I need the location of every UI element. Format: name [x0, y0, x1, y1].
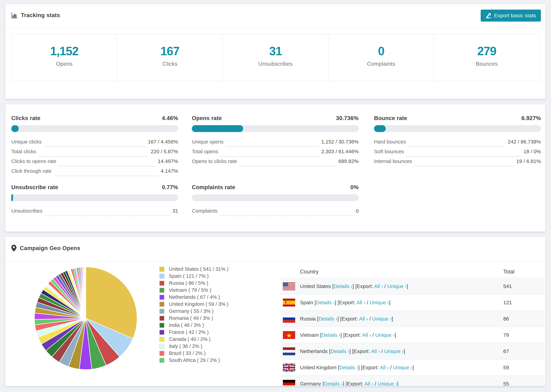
rate-stat-row: Unsubscribes31 [11, 208, 178, 218]
legend-item-netherlands: Netherlands ( 67 / 4% ) [159, 294, 228, 301]
rate-title: Bounce rate [374, 115, 407, 121]
legend-swatch [159, 358, 164, 363]
rate-stat-value: 1,152 / 30.736% [321, 139, 359, 145]
flag-vn-icon [283, 331, 295, 339]
details-link[interactable]: Details › [324, 381, 343, 386]
export-label: Export: [342, 316, 359, 322]
rate-block-bounce-rate: Bounce rate6.927%Hard bounces242 / 86.73… [374, 115, 541, 168]
legend-item-italy: Italy ( 36 / 2% ) [159, 343, 228, 350]
summary-stat-value: 279 [434, 44, 539, 58]
country-name: Netherlands [300, 348, 329, 354]
rate-stat-value: 220 / 5.87% [151, 149, 178, 154]
details-link[interactable]: Details › [330, 348, 349, 354]
dotted-leader [409, 147, 505, 147]
details-link[interactable]: Details › [339, 365, 358, 370]
export-all-link[interactable]: All › [356, 300, 365, 305]
details-link[interactable]: Details › [334, 283, 353, 289]
rate-block-unsubscribe-rate: Unsubscribe rate0.77%Unsubscribes31 [11, 184, 178, 218]
rate-progress-fill [374, 125, 386, 132]
rate-stat-value: 167 / 4.456% [148, 139, 178, 145]
export-unique-link[interactable]: Unique › [375, 332, 395, 338]
rate-stat-row: Clicks to opens rate14.497% [11, 158, 178, 168]
legend-label: Netherlands ( 67 / 4% ) [169, 294, 220, 300]
dotted-leader [54, 176, 158, 176]
rate-stat-value: 18 / 0% [523, 149, 541, 154]
rate-stat-value: 19 / 6.81% [516, 158, 541, 164]
export-all-link[interactable]: All › [380, 365, 389, 370]
export-unique-link[interactable]: Unique › [378, 381, 397, 386]
legend-label: Germany ( 55 / 3% ) [169, 308, 213, 314]
export-unique-link[interactable]: Unique › [387, 283, 407, 289]
export-icon [486, 13, 491, 19]
legend-swatch [159, 281, 164, 286]
rate-title: Unsubscribe rate [11, 184, 58, 190]
rate-value: 4.46% [162, 115, 178, 121]
rate-block-opens-rate: Opens rate30.736%Unique opens1,152 / 30.… [192, 115, 359, 168]
geo-pie-chart [31, 264, 141, 373]
rate-stat-row: Hard bounces242 / 86.738% [374, 139, 541, 149]
dotted-leader [226, 147, 318, 147]
country-name: United Kingdom [300, 365, 338, 370]
export-all-link[interactable]: All › [359, 316, 368, 322]
summary-stat-label: Unsubscribes [223, 61, 328, 67]
bar-chart-icon [11, 12, 17, 18]
summary-stats: 1,152Opens167Clicks31Unsubscribes0Compla… [11, 34, 540, 81]
legend-item-spain: Spain ( 121 / 7% ) [159, 273, 228, 280]
rate-stat-row: Unique clicks167 / 4.456% [11, 139, 178, 149]
country-name: Germany [300, 381, 323, 386]
summary-stat-bounces: 279Bounces [434, 34, 539, 81]
export-unique-link[interactable]: Unique › [372, 316, 391, 322]
summary-stat-complaints: 0Complaints [328, 34, 434, 81]
legend-item-south-africa: South Africa ( 29 / 2% ) [159, 357, 228, 364]
details-link[interactable]: Details › [316, 300, 335, 305]
rate-stat-label: Complaints [192, 208, 218, 214]
country-name: Russia [300, 316, 317, 322]
flag-gb-icon [283, 364, 295, 371]
export-label: Export: [339, 300, 356, 305]
rate-stat-label: Total opens [192, 149, 218, 154]
rate-block-clicks-rate: Clicks rate4.46%Unique clicks167 / 4.456… [11, 115, 178, 178]
dotted-leader [221, 156, 318, 157]
export-unique-link[interactable]: Unique › [384, 348, 403, 354]
export-label: Export: [347, 381, 365, 386]
export-all-link[interactable]: All › [371, 348, 380, 354]
rate-title: Opens rate [192, 115, 222, 121]
rate-stat-value: 242 / 86.738% [508, 139, 541, 145]
rate-stat-row: Internal bounces19 / 6.81% [374, 158, 541, 168]
rate-stat-row: Complaints0 [192, 208, 359, 218]
details-link[interactable]: Details › [322, 332, 340, 338]
summary-stat-value: 31 [223, 44, 328, 58]
dotted-leader [240, 166, 336, 166]
export-basic-stats-button[interactable]: Export basic stats [481, 10, 541, 21]
rate-progress-bar [374, 125, 541, 132]
export-all-link[interactable]: All › [374, 283, 383, 289]
summary-stat-value: 167 [117, 44, 222, 58]
legend-item-brazil: Brazil ( 33 / 2% ) [159, 350, 228, 357]
rate-stat-row: Soft bounces18 / 0% [374, 149, 541, 158]
page-title: Tracking stats [21, 12, 60, 19]
geo-table-body: United States [Details ›] [Export: All ›… [281, 278, 545, 386]
export-unique-link[interactable]: Unique › [393, 365, 412, 370]
flag-us-icon [283, 282, 295, 290]
legend-label: Russia ( 86 / 5% ) [169, 280, 208, 286]
table-row-vietnam: Vietnam [Details ›] [Export: All › / Uni… [281, 327, 545, 343]
country-name: Spain [300, 300, 315, 305]
legend-label: Vietnam ( 79 / 5% ) [169, 287, 211, 293]
export-unique-link[interactable]: Unique › [370, 300, 389, 305]
column-header-country: Country [300, 269, 319, 275]
flag-es-icon [283, 299, 295, 307]
legend-label: Romania ( 49 / 3% ) [169, 315, 213, 321]
summary-stat-value: 1,152 [12, 44, 117, 58]
details-link[interactable]: Details › [318, 316, 337, 322]
legend-swatch [159, 267, 164, 272]
dotted-leader [415, 166, 514, 166]
export-all-link[interactable]: All › [365, 381, 373, 386]
geo-section-title: Campaign Geo Opens [20, 245, 80, 252]
country-total: 59 [503, 365, 509, 371]
rate-block-complaints-rate: Complaints rate0%Complaints0 [192, 184, 359, 218]
dotted-leader [44, 147, 145, 147]
rate-value: 6.927% [521, 115, 541, 121]
export-all-link[interactable]: All › [362, 332, 371, 338]
tracking-stats-header: Tracking stats [11, 12, 60, 19]
header-divider [5, 28, 545, 29]
